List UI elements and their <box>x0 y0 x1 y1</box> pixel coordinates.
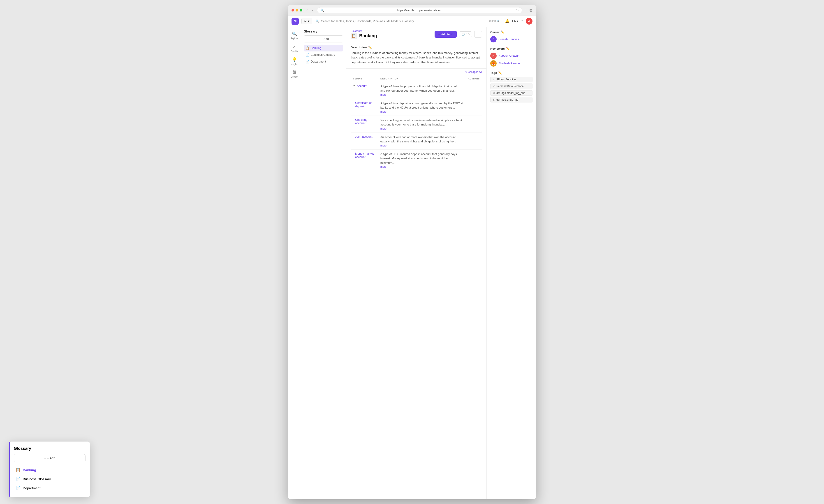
add-child-button-certificate[interactable]: + <box>468 101 471 106</box>
more-link-account[interactable]: more <box>381 93 387 96</box>
description-label: Description ✏️ <box>350 45 482 49</box>
more-link-certificate[interactable]: more <box>381 110 387 113</box>
more-link-joint[interactable]: more <box>381 144 387 147</box>
glossary-item-business[interactable]: 📄 Business Glossary <box>304 52 343 58</box>
term-desc-money-market: A type of FDIC-insured deposit account t… <box>381 153 457 165</box>
glossary-item-banking[interactable]: 📋 Banking <box>304 45 343 52</box>
popup-item-label-business: Business Glossary <box>23 477 51 481</box>
th-description: DESCRIPTION <box>378 75 466 82</box>
term-name-certificate[interactable]: Certificate of deposit <box>355 101 376 108</box>
expand-icon[interactable]: ▼ <box>353 84 355 87</box>
new-tab-button[interactable]: + <box>525 8 527 13</box>
add-child-button-checking[interactable]: + <box>468 118 471 122</box>
collapse-bar: ⊖ Collapse All <box>350 69 482 75</box>
sidebar-item-quality[interactable]: ✓ Quality <box>289 42 300 55</box>
glossary-item-department[interactable]: 📄 Department <box>304 58 343 65</box>
reviewer-rupesh[interactable]: R Rupesh Chavan <box>490 53 532 59</box>
popup-item-banking[interactable]: 📋 Banking <box>14 466 86 475</box>
search-magnifier-icon: 🔍 <box>316 19 319 23</box>
reviewers-edit-button[interactable]: ✏️ <box>506 47 510 50</box>
more-link-money-market[interactable]: more <box>381 165 387 168</box>
search-clear-icon[interactable]: ✕ <box>494 20 496 22</box>
owner-edit-button[interactable]: ✏️ <box>501 30 504 34</box>
add-child-button-account[interactable]: + <box>468 84 471 89</box>
rupesh-name[interactable]: Rupesh Chavan <box>498 54 519 57</box>
actions-cell: + ✏ <box>466 82 482 99</box>
page-title: Banking <box>359 33 377 38</box>
tags-section: Tags ✏️ 🏷PII.NonSensitive🏷PersonalData.P… <box>490 71 532 102</box>
navbar-right: 🔔 EN ▾ ? A <box>505 18 532 25</box>
glossary-add-button[interactable]: + + Add <box>304 35 343 42</box>
edit-button-certificate[interactable]: ✏ <box>472 101 476 106</box>
tag-badge-3[interactable]: 🏷dbtTags.singe_tag <box>490 97 532 102</box>
search-input[interactable] <box>321 19 487 23</box>
description-edit-button[interactable]: ✏️ <box>368 45 372 49</box>
traffic-lights <box>292 9 302 11</box>
tag-badge-2[interactable]: 🏷dbtTags.model_tag_one <box>490 90 532 96</box>
sidebar-item-govern[interactable]: 🏛 Govern <box>289 68 300 80</box>
close-button[interactable] <box>292 9 294 11</box>
popup-add-button[interactable]: + + Add <box>14 454 86 462</box>
sidebar-item-insights[interactable]: 💡 Insights <box>289 55 300 67</box>
term-name-joint[interactable]: Joint account <box>355 135 376 138</box>
department-label: Department <box>311 60 326 63</box>
tag-list: 🏷PII.NonSensitive🏷PersonalData.Personal🏷… <box>490 77 532 102</box>
term-name-money-market[interactable]: Money market account <box>355 152 376 159</box>
edit-button-checking[interactable]: ✏ <box>472 118 476 122</box>
sidebar-item-explore[interactable]: 🔍 Explore <box>289 29 300 41</box>
insights-label: Insights <box>290 63 298 66</box>
address-bar[interactable]: 🔍 https://sandbox.open-metadata.org/ ↻ <box>317 7 522 13</box>
owner-item[interactable]: S Suresh Srinivas <box>490 36 532 42</box>
collapse-arrow-icon: ⊖ <box>465 71 467 74</box>
back-button[interactable]: ‹ <box>305 8 309 13</box>
reload-button[interactable]: ↻ <box>516 9 519 12</box>
lang-chevron-icon: ▾ <box>517 19 518 23</box>
term-name-checking[interactable]: Checking account <box>355 118 376 125</box>
edit-button-account[interactable]: ✏ <box>472 84 476 89</box>
search-type-dropdown[interactable]: All ▾ <box>301 18 312 24</box>
collapse-all-button[interactable]: ⊖ Collapse All <box>465 71 482 74</box>
popup-item-business[interactable]: 📄 Business Glossary <box>14 475 86 484</box>
shailesh-name[interactable]: Shailesh Parmar <box>498 62 520 65</box>
reviewer-shailesh[interactable]: 🦊 Shailesh Parmar <box>490 60 532 67</box>
main-content: Glossaries 📋 Banking + Add term 🕐 0.5 <box>346 27 487 499</box>
term-desc-account: A type of financial property or financia… <box>381 85 458 93</box>
edit-button-money-market[interactable]: ✏ <box>472 152 476 157</box>
add-child-button-joint[interactable]: + <box>468 135 471 139</box>
minimize-button[interactable] <box>296 9 298 11</box>
version-badge[interactable]: 🕐 0.5 <box>459 31 472 37</box>
banking-label: Banking <box>311 46 321 49</box>
maximize-button[interactable] <box>300 9 302 11</box>
search-submit-icon[interactable]: 🔍 <box>497 20 500 22</box>
breadcrumb-glossaries[interactable]: Glossaries <box>350 29 363 32</box>
tag-icon: 🏷 <box>493 98 495 101</box>
edit-button-joint[interactable]: ✏ <box>472 135 476 139</box>
th-actions: ACTIONS <box>466 75 482 82</box>
bell-icon-button[interactable]: 🔔 <box>505 19 509 23</box>
tag-icon: 🏷 <box>493 92 495 94</box>
popup-item-icon-business: 📄 <box>16 477 20 482</box>
user-avatar[interactable]: A <box>526 18 532 25</box>
term-name-account[interactable]: ▼ Account <box>353 84 376 88</box>
add-term-button[interactable]: + Add term <box>434 31 457 38</box>
explore-icon: 🔍 <box>292 31 297 36</box>
more-options-button[interactable]: ⋮ <box>474 31 482 38</box>
tag-badge-0[interactable]: 🏷PII.NonSensitive <box>490 77 532 82</box>
help-button[interactable]: ? <box>521 19 523 23</box>
popup-item-department[interactable]: 📄 Department <box>14 484 86 493</box>
term-cell: Money market account <box>350 149 378 171</box>
table-header-row: TERMS DESCRIPTION ACTIONS <box>350 75 482 82</box>
tab-overview-button[interactable]: ⧉ <box>530 8 532 13</box>
owner-name[interactable]: Suresh Srinivas <box>498 37 519 41</box>
terms-section: ⊖ Collapse All TERMS DESCRIPTION ACTIONS <box>346 69 487 499</box>
tag-badge-1[interactable]: 🏷PersonalData.Personal <box>490 84 532 89</box>
tags-edit-button[interactable]: ✏️ <box>498 71 502 75</box>
term-cell: Checking account <box>350 116 378 132</box>
language-selector[interactable]: EN ▾ <box>512 19 518 23</box>
app-logo[interactable]: M <box>292 18 299 25</box>
add-child-button-money-market[interactable]: + <box>468 152 471 157</box>
nav-buttons: ‹ › <box>305 8 314 13</box>
term-cell: Certificate of deposit <box>350 99 378 116</box>
forward-button[interactable]: › <box>310 8 314 13</box>
more-link-checking[interactable]: more <box>381 127 387 130</box>
